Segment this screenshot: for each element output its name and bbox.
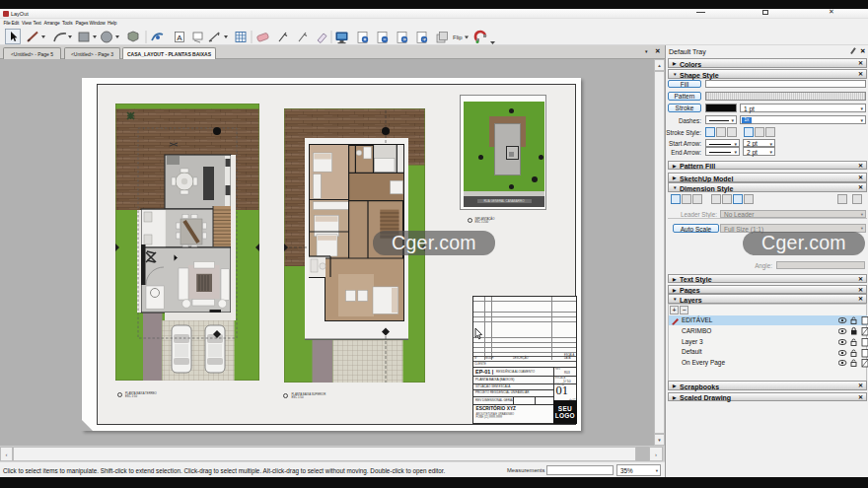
svg-text:A: A bbox=[177, 33, 182, 41]
svg-text:Flip: Flip bbox=[453, 35, 463, 40]
